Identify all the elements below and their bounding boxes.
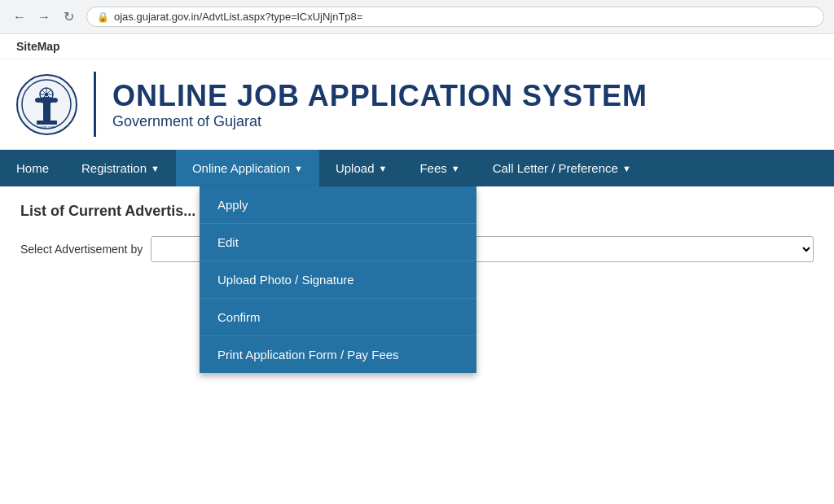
- svg-rect-2: [43, 101, 50, 121]
- government-emblem: सत्यमेव जयते: [16, 74, 77, 135]
- svg-point-10: [35, 98, 42, 103]
- forward-button[interactable]: →: [34, 7, 54, 27]
- site-subtitle: Government of Gujarat: [112, 113, 647, 130]
- select-label: Select Advertisement by: [20, 243, 143, 256]
- dropdown-item-confirm[interactable]: Confirm: [200, 299, 476, 336]
- sitemap-link[interactable]: SiteMap: [16, 40, 60, 53]
- registration-arrow: ▼: [151, 164, 160, 173]
- url-text: ojas.gujarat.gov.in/AdvtList.aspx?type=l…: [114, 11, 362, 23]
- nav-home[interactable]: Home: [0, 150, 65, 186]
- site-topbar: SiteMap: [0, 34, 834, 59]
- svg-point-11: [51, 98, 58, 103]
- fees-arrow: ▼: [451, 164, 460, 173]
- call-letter-arrow: ▼: [622, 164, 631, 173]
- dropdown-item-print-app[interactable]: Print Application Form / Pay Fees: [200, 336, 476, 373]
- browser-controls: ← → ↻: [10, 7, 78, 27]
- dropdown-item-apply[interactable]: Apply: [200, 186, 476, 224]
- site-header: सत्यमेव जयते ONLINE JOB APPLICATION SYST…: [0, 59, 834, 150]
- nav-upload[interactable]: Upload ▼: [319, 150, 403, 186]
- dropdown-item-edit[interactable]: Edit: [200, 224, 476, 261]
- back-button[interactable]: ←: [10, 7, 29, 27]
- nav-fees[interactable]: Fees ▼: [403, 150, 476, 186]
- online-application-dropdown: Apply Edit Upload Photo / Signature Conf…: [200, 186, 476, 373]
- upload-arrow: ▼: [378, 164, 387, 173]
- lock-icon: 🔒: [97, 11, 109, 23]
- dropdown-item-upload-photo[interactable]: Upload Photo / Signature: [200, 261, 476, 299]
- header-text-block: ONLINE JOB APPLICATION SYSTEM Government…: [112, 79, 647, 130]
- header-divider: [94, 72, 96, 137]
- site-title: ONLINE JOB APPLICATION SYSTEM: [112, 79, 647, 113]
- nav-call-letter[interactable]: Call Letter / Preference ▼: [476, 150, 647, 186]
- navbar: Home Registration ▼ Online Application ▼…: [0, 150, 834, 186]
- emblem-svg: सत्यमेव जयते: [20, 78, 73, 131]
- reload-button[interactable]: ↻: [59, 7, 78, 27]
- svg-rect-1: [37, 121, 57, 125]
- nav-online-application[interactable]: Online Application ▼: [176, 150, 319, 186]
- address-bar[interactable]: 🔒 ojas.gujarat.gov.in/AdvtList.aspx?type…: [86, 7, 824, 27]
- browser-chrome: ← → ↻ 🔒 ojas.gujarat.gov.in/AdvtList.asp…: [0, 0, 834, 34]
- nav-registration[interactable]: Registration ▼: [65, 150, 176, 186]
- online-application-arrow: ▼: [294, 164, 303, 173]
- svg-text:सत्यमेव जयते: सत्यमेव जयते: [38, 125, 55, 129]
